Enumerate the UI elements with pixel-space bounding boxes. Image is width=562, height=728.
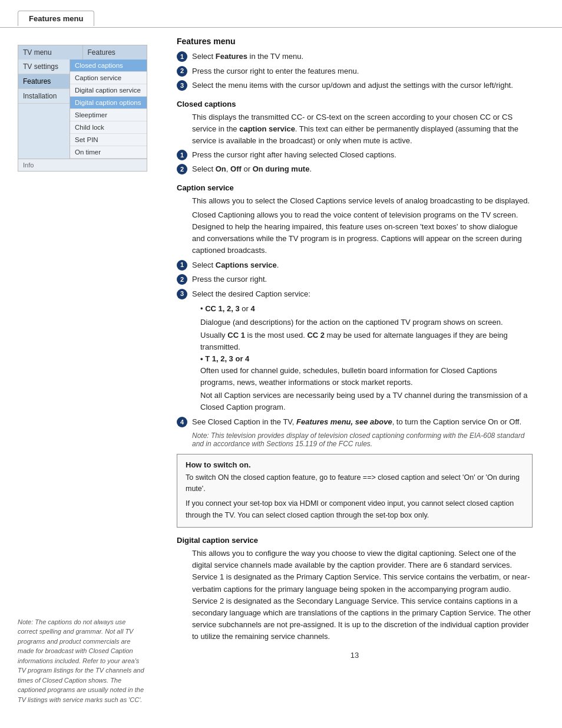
cs-step-1: 1 Select Captions service. <box>177 259 533 271</box>
main-layout: TV menu Features TV settings Features In… <box>0 27 562 728</box>
t-desc2: Not all Caption services are necessarily… <box>200 390 533 413</box>
tv-menu-right-on-timer[interactable]: On timer <box>70 146 147 159</box>
intro-step-2: 2 Press the cursor right to enter the fe… <box>177 65 533 77</box>
closed-captions-steps: 1 Press the cursor right after having se… <box>177 149 533 175</box>
cs-step-num-1: 1 <box>177 260 187 271</box>
caption-service-body2: Closed Captioning allows you to read the… <box>192 209 533 257</box>
how-to-switch-box: How to switch on. To switch ON the close… <box>177 454 533 528</box>
tv-menu-right-child-lock[interactable]: Child lock <box>70 121 147 134</box>
tv-menu-right-closed-captions[interactable]: Closed captions <box>70 60 147 72</box>
cc-step-1-text: Press the cursor right after having sele… <box>192 149 396 161</box>
tv-menu-item-installation[interactable]: Installation <box>18 89 70 104</box>
cs-step-2-text: Press the cursor right. <box>192 274 267 285</box>
tv-menu-box: TV menu Features TV settings Features In… <box>18 45 147 172</box>
right-panel: Features menu 1 Select Features in the T… <box>165 27 562 728</box>
tv-menu-left: TV settings Features Installation Closed… <box>18 60 147 159</box>
cs-step-3: 3 Select the desired Caption service: <box>177 288 533 300</box>
tv-menu-right-digital-caption-service[interactable]: Digital caption service <box>70 84 147 97</box>
cs-step-2: 2 Press the cursor right. <box>177 274 533 285</box>
how-to-switch-title: How to switch on. <box>186 460 524 469</box>
intro-step-3: 3 Select the menu items with the cursor … <box>177 80 533 91</box>
caption-service-note: Note: This television provides display o… <box>192 431 533 448</box>
how-to-switch-body2: If you connect your set-top box via HDMI… <box>186 498 524 521</box>
intro-step-1-text: Select Features in the TV menu. <box>192 51 303 62</box>
tv-menu-right-caption-service[interactable]: Caption service <box>70 72 147 84</box>
cs-step-3-text: Select the desired Caption service: <box>192 288 310 300</box>
digital-caption-title: Digital caption service <box>177 536 533 545</box>
page-number: 13 <box>177 645 533 669</box>
cc-step-2-text: Select On, Off or On during mute. <box>192 163 312 175</box>
closed-captions-body1: This displays the transmitted CC- or CS-… <box>192 111 533 147</box>
caption-service-body1: This allows you to select the Closed Cap… <box>192 195 533 207</box>
tv-menu-item-features[interactable]: Features <box>18 74 70 89</box>
t-desc1: Often used for channel guide, schedules,… <box>200 365 533 388</box>
cs-step-num-2: 2 <box>177 274 187 285</box>
tv-menu-right-sleeptimer[interactable]: Sleeptimer <box>70 109 147 121</box>
cc-step-1: 1 Press the cursor right after having se… <box>177 149 533 161</box>
step-num-2: 2 <box>177 66 187 77</box>
tv-menu-header-right: Features <box>83 45 147 60</box>
cc-step-2: 2 Select On, Off or On during mute. <box>177 163 533 175</box>
cc-desc2: Usually CC 1 is the most used. CC 2 may … <box>200 330 533 353</box>
cc-desc1: Dialogue (and descriptions) for the acti… <box>200 317 533 328</box>
caption-service-steps: 1 Select Captions service. 2 Press the c… <box>177 259 533 300</box>
closed-captions-title: Closed captions <box>177 100 533 108</box>
tv-menu-footer: Info <box>18 159 147 171</box>
cc-step-num-1: 1 <box>177 150 187 160</box>
tv-menu-right-set-pin[interactable]: Set PIN <box>70 134 147 146</box>
tv-menu-header-left: TV menu <box>18 45 83 60</box>
tv-menu-header: TV menu Features <box>18 45 147 60</box>
t-bullet-label: • T 1, 2, 3 or 4 <box>200 354 533 363</box>
features-menu-title: Features menu <box>177 37 533 46</box>
intro-step-3-text: Select the menu items with the cursor up… <box>192 80 513 91</box>
page-tab: Features menu <box>18 11 94 26</box>
left-panel: TV menu Features TV settings Features In… <box>0 27 165 728</box>
cs-step-num-4: 4 <box>177 417 187 427</box>
how-to-switch-body1: To switch ON the closed caption feature,… <box>186 472 524 495</box>
tv-menu-right-col: Closed captions Caption service Digital … <box>70 60 147 159</box>
cc-label: CC 1, 2, 3 or 4 <box>205 304 255 313</box>
digital-caption-body1: This allows you to configure the way you… <box>192 548 533 643</box>
intro-steps: 1 Select Features in the TV menu. 2 Pres… <box>177 51 533 91</box>
cc-step-num-2: 2 <box>177 164 187 174</box>
caption-service-title: Caption service <box>177 183 533 192</box>
cs-step-4-text: See Closed Caption in the TV, Features m… <box>192 416 521 428</box>
cs-step-num-3: 3 <box>177 289 187 299</box>
cc-bullet-label: CC 1, 2, 3 or 4 <box>200 303 533 315</box>
intro-step-1: 1 Select Features in the TV menu. <box>177 51 533 62</box>
tv-menu-item-tv-settings[interactable]: TV settings <box>18 60 70 74</box>
cs-step-4: 4 See Closed Caption in the TV, Features… <box>177 416 533 428</box>
step-num-1: 1 <box>177 51 187 62</box>
step-num-3: 3 <box>177 80 187 91</box>
cs-step-1-text: Select Captions service. <box>192 259 279 271</box>
tv-menu-left-col: TV settings Features Installation <box>18 60 70 159</box>
caption-service-step4: 4 See Closed Caption in the TV, Features… <box>177 416 533 428</box>
left-note: Note: The captions do not always use cor… <box>18 617 147 705</box>
tv-menu-right-digital-caption-options[interactable]: Digital caption options <box>70 97 147 109</box>
intro-step-2-text: Press the cursor right to enter the feat… <box>192 65 359 77</box>
